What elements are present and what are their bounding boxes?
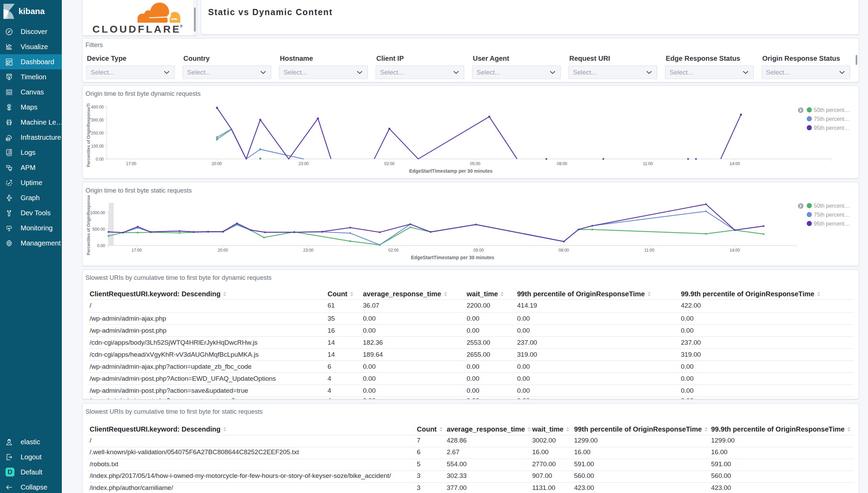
svg-text:®: ®	[180, 24, 183, 28]
svg-text:95th percent…: 95th percent…	[814, 221, 850, 227]
svg-text:14:00: 14:00	[730, 248, 740, 253]
svg-text:11:00: 11:00	[644, 248, 654, 253]
svg-text:200.00: 200.00	[91, 131, 104, 136]
svg-text:05:00: 05:00	[473, 248, 484, 253]
svg-text:95th percent…: 95th percent…	[814, 125, 850, 131]
svg-text:17:00: 17:00	[132, 248, 142, 253]
svg-text:EdgeStartTimestamp per 30 minu: EdgeStartTimestamp per 30 minutes	[409, 168, 493, 174]
svg-text:50th percent…: 50th percent…	[814, 203, 850, 209]
svg-text:300.00: 300.00	[91, 118, 104, 123]
svg-text:02:00: 02:00	[384, 161, 395, 166]
svg-text:75th percent…: 75th percent…	[814, 212, 850, 218]
svg-text:CLOUDFLARE: CLOUDFLARE	[92, 23, 179, 35]
svg-text:500.00: 500.00	[92, 227, 105, 232]
svg-text:23:00: 23:00	[298, 161, 309, 166]
svg-text:75th percent…: 75th percent…	[814, 116, 850, 122]
svg-text:400.00: 400.00	[91, 105, 104, 110]
svg-text:EdgeStartTimestamp per 30 minu: EdgeStartTimestamp per 30 minutes	[411, 255, 494, 260]
svg-text:1000.00: 1000.00	[90, 210, 105, 215]
svg-text:05:00: 05:00	[470, 161, 480, 166]
svg-text:Percentiles of OriginResponse: Percentiles of OriginResponse	[86, 195, 91, 255]
svg-text:11:00: 11:00	[643, 161, 653, 166]
svg-text:0.00: 0.00	[97, 243, 105, 248]
svg-text:17:00: 17:00	[126, 161, 136, 166]
svg-text:Percentiles of OriginResponseT: Percentiles of OriginResponseTi	[86, 103, 91, 167]
svg-text:0.00: 0.00	[96, 157, 104, 162]
svg-text:08:00: 08:00	[557, 161, 567, 166]
svg-text:100.00: 100.00	[91, 144, 104, 149]
svg-text:14:00: 14:00	[730, 161, 740, 166]
svg-text:08:00: 08:00	[559, 248, 569, 253]
svg-text:23:00: 23:00	[303, 248, 313, 253]
svg-text:20:00: 20:00	[218, 248, 228, 253]
svg-text:50th percent…: 50th percent…	[814, 107, 850, 113]
svg-text:02:00: 02:00	[388, 248, 399, 253]
svg-text:20:00: 20:00	[212, 161, 222, 166]
